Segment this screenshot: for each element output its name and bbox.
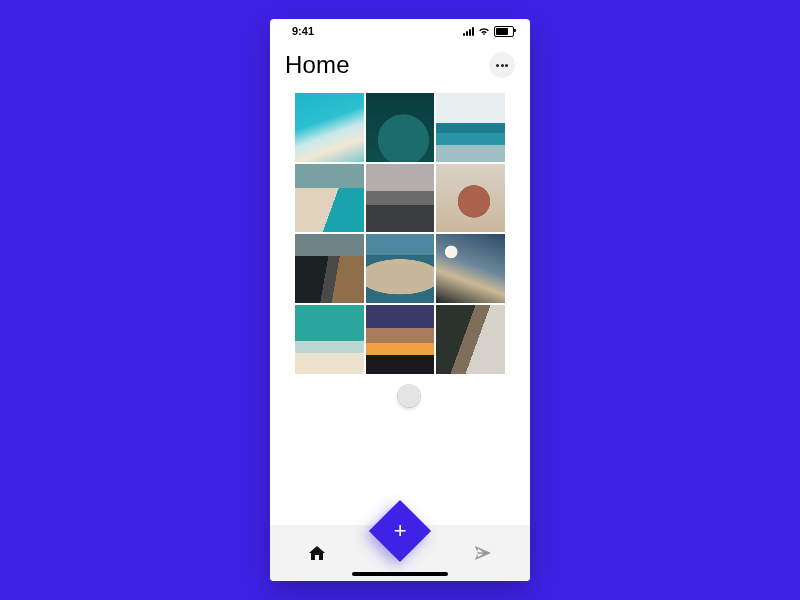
phone-frame: 9:41 Home [270,19,530,581]
photo-tile-5[interactable] [366,164,435,233]
photo-grid [295,93,505,374]
header: Home [270,51,530,79]
more-button[interactable] [489,52,515,78]
photo-tile-3[interactable] [436,93,505,162]
status-bar: 9:41 [270,19,530,43]
photo-tile-6[interactable] [436,164,505,233]
home-indicator [352,572,448,576]
nav-home-button[interactable] [304,540,330,566]
cellular-icon [463,27,474,36]
send-icon [474,545,492,561]
status-time: 9:41 [292,25,314,37]
touch-cursor [398,385,420,407]
more-icon [496,64,499,67]
more-icon [501,64,504,67]
photo-tile-11[interactable] [366,305,435,374]
status-indicators [463,26,514,37]
home-icon [309,546,325,560]
photo-tile-12[interactable] [436,305,505,374]
battery-icon [494,26,514,37]
photo-tile-4[interactable] [295,164,364,233]
page-title: Home [285,51,350,79]
photo-tile-9[interactable] [436,234,505,303]
photo-tile-7[interactable] [295,234,364,303]
wifi-icon [478,27,490,36]
nav-send-button[interactable] [470,540,496,566]
photo-tile-8[interactable] [366,234,435,303]
plus-icon: + [394,520,407,542]
more-icon [505,64,508,67]
photo-tile-2[interactable] [366,93,435,162]
photo-tile-1[interactable] [295,93,364,162]
photo-tile-10[interactable] [295,305,364,374]
